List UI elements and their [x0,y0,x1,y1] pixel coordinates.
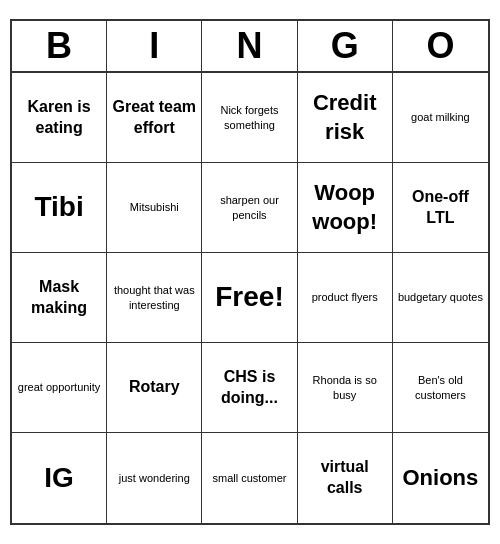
cell-text: Great team effort [111,97,197,139]
cell-text: budgetary quotes [398,290,483,304]
bingo-cell[interactable]: Free! [202,253,297,343]
cell-text: Mask making [16,277,102,319]
cell-text: just wondering [119,471,190,485]
bingo-grid: Karen is eatingGreat team effortNick for… [12,73,488,523]
cell-text: virtual calls [302,457,388,499]
cell-text: Free! [215,279,283,315]
cell-text: IG [44,460,74,496]
cell-text: Nick forgets something [206,103,292,132]
bingo-cell[interactable]: Mitsubishi [107,163,202,253]
bingo-cell[interactable]: IG [12,433,107,523]
bingo-cell[interactable]: Credit risk [298,73,393,163]
cell-text: small customer [213,471,287,485]
bingo-cell[interactable]: budgetary quotes [393,253,488,343]
bingo-cell[interactable]: Great team effort [107,73,202,163]
cell-text: CHS is doing... [206,367,292,409]
bingo-letter: I [107,21,202,71]
bingo-cell[interactable]: just wondering [107,433,202,523]
bingo-cell[interactable]: sharpen our pencils [202,163,297,253]
bingo-cell[interactable]: great opportunity [12,343,107,433]
bingo-cell[interactable]: product flyers [298,253,393,343]
bingo-header: BINGO [12,21,488,73]
cell-text: Tibi [34,189,83,225]
cell-text: Karen is eating [16,97,102,139]
bingo-cell[interactable]: Onions [393,433,488,523]
cell-text: Ben's old customers [397,373,484,402]
cell-text: Rhonda is so busy [302,373,388,402]
bingo-letter: N [202,21,297,71]
bingo-card: BINGO Karen is eatingGreat team effortNi… [10,19,490,525]
cell-text: Credit risk [302,89,388,146]
bingo-cell[interactable]: Rotary [107,343,202,433]
bingo-cell[interactable]: Mask making [12,253,107,343]
bingo-cell[interactable]: Karen is eating [12,73,107,163]
cell-text: thought that was interesting [111,283,197,312]
bingo-cell[interactable]: thought that was interesting [107,253,202,343]
bingo-cell[interactable]: Ben's old customers [393,343,488,433]
cell-text: Woop woop! [302,179,388,236]
bingo-cell[interactable]: CHS is doing... [202,343,297,433]
cell-text: product flyers [312,290,378,304]
bingo-cell[interactable]: goat milking [393,73,488,163]
bingo-letter: O [393,21,488,71]
cell-text: One-off LTL [397,187,484,229]
bingo-cell[interactable]: Nick forgets something [202,73,297,163]
bingo-cell[interactable]: Woop woop! [298,163,393,253]
cell-text: sharpen our pencils [206,193,292,222]
bingo-cell[interactable]: virtual calls [298,433,393,523]
bingo-letter: G [298,21,393,71]
cell-text: great opportunity [18,380,101,394]
bingo-cell[interactable]: One-off LTL [393,163,488,253]
bingo-cell[interactable]: Rhonda is so busy [298,343,393,433]
cell-text: Rotary [129,377,180,398]
cell-text: goat milking [411,110,470,124]
cell-text: Mitsubishi [130,200,179,214]
bingo-cell[interactable]: Tibi [12,163,107,253]
bingo-letter: B [12,21,107,71]
bingo-cell[interactable]: small customer [202,433,297,523]
cell-text: Onions [403,464,479,493]
